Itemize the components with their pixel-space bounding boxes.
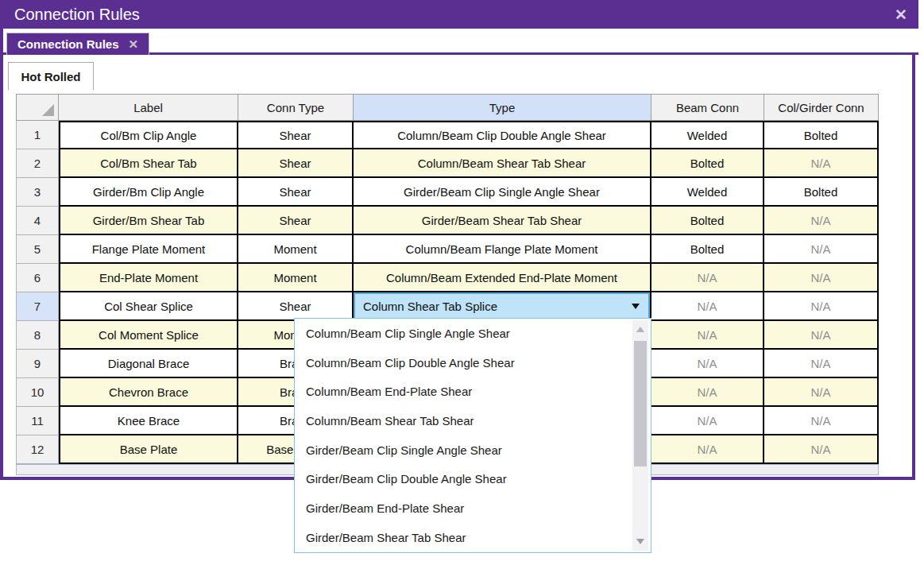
row-header-9[interactable]: 9 [16, 350, 59, 378]
dropdown-option[interactable]: Column/Beam Clip Double Angle Shear [295, 348, 651, 377]
cell-beam-conn[interactable]: N/A [651, 435, 764, 464]
dropdown-option[interactable]: Girder/Beam End-Plate Shear [295, 493, 651, 523]
cell-conn-type[interactable]: Shear [238, 207, 354, 235]
select-all-triangle-icon [42, 104, 54, 116]
column-header-beam-conn[interactable]: Beam Conn [651, 94, 764, 121]
chevron-down-icon [632, 304, 640, 309]
row-header-10[interactable]: 10 [16, 378, 59, 407]
cell-col-girder-conn[interactable]: N/A [764, 435, 879, 464]
cell-label[interactable]: Chevron Brace [59, 378, 238, 407]
window-close-icon[interactable]: ✕ [895, 7, 907, 22]
cell-col-girder-conn[interactable]: N/A [764, 149, 879, 178]
tab-label: Connection Rules [17, 37, 119, 51]
row-header-5[interactable]: 5 [16, 235, 59, 264]
cell-conn-type[interactable]: Shear [238, 149, 354, 178]
cell-label[interactable]: Base Plate [59, 435, 238, 464]
cell-col-girder-conn[interactable]: Bolted [764, 121, 879, 149]
cell-beam-conn[interactable]: N/A [651, 321, 764, 350]
cell-conn-type[interactable]: Moment [238, 235, 354, 264]
column-header-conn-type[interactable]: Conn Type [238, 94, 354, 121]
dropdown-option[interactable]: Girder/Beam Shear Tab Shear [295, 523, 651, 552]
dropdown-scrollbar[interactable] [632, 320, 648, 551]
dropdown-option[interactable]: Column/Beam Shear Tab Shear [295, 406, 651, 435]
column-header-type[interactable]: Type [354, 94, 651, 121]
cell-type[interactable]: Column/Beam Clip Double Angle Shear [354, 121, 651, 149]
cell-col-girder-conn[interactable]: N/A [764, 264, 879, 292]
column-header-label[interactable]: Label [59, 94, 238, 121]
cell-col-girder-conn[interactable]: N/A [764, 235, 879, 264]
window-title: Connection Rules [14, 6, 140, 24]
dropdown-option[interactable]: Girder/Beam Clip Double Angle Shear [295, 464, 651, 493]
hot-rolled-label: Hot Rolled [21, 70, 81, 83]
dropdown-option[interactable]: Girder/Beam Clip Single Angle Shear [295, 435, 651, 465]
cell-beam-conn[interactable]: Bolted [651, 149, 764, 178]
cell-beam-conn[interactable]: N/A [651, 350, 764, 378]
cell-col-girder-conn[interactable]: N/A [764, 378, 879, 407]
cell-label[interactable]: Col Shear Splice [59, 292, 238, 321]
cell-col-girder-conn[interactable]: N/A [764, 407, 879, 435]
row-header-12[interactable]: 12 [16, 435, 59, 464]
cell-col-girder-conn[interactable]: N/A [764, 350, 879, 378]
cell-label[interactable]: Col Moment Splice [59, 321, 238, 350]
cell-beam-conn[interactable]: Bolted [651, 235, 764, 264]
scrollbar-down-icon[interactable] [636, 539, 644, 544]
tab-hot-rolled[interactable]: Hot Rolled [8, 62, 94, 90]
cell-type[interactable]: Column/Beam Shear Tab Shear [354, 149, 651, 178]
type-combobox[interactable]: Column Shear Tab Splice [354, 292, 650, 319]
cell-label[interactable]: Col/Bm Clip Angle [59, 121, 238, 149]
document-tabstrip: Connection Rules ✕ [3, 29, 918, 55]
cell-label[interactable]: Girder/Bm Shear Tab [59, 207, 238, 235]
cell-label[interactable]: Col/Bm Shear Tab [59, 149, 238, 178]
cell-col-girder-conn[interactable]: N/A [764, 292, 879, 321]
cell-col-girder-conn[interactable]: N/A [764, 207, 879, 235]
cell-col-girder-conn[interactable]: Bolted [764, 178, 879, 207]
tab-close-icon[interactable]: ✕ [129, 38, 139, 50]
type-dropdown-list: Column/Beam Clip Single Angle ShearColum… [294, 318, 651, 553]
cell-beam-conn[interactable]: N/A [651, 292, 764, 321]
cell-beam-conn[interactable]: Welded [651, 178, 764, 207]
select-all-corner-cell[interactable] [16, 94, 59, 121]
cell-beam-conn[interactable]: Bolted [651, 207, 764, 235]
cell-conn-type[interactable]: Shear [238, 121, 354, 149]
tab-connection-rules[interactable]: Connection Rules ✕ [6, 33, 149, 55]
row-header-6[interactable]: 6 [16, 264, 59, 292]
row-header-7[interactable]: 7 [16, 292, 59, 321]
cell-conn-type[interactable]: Moment [238, 264, 354, 292]
cell-beam-conn[interactable]: Welded [651, 121, 764, 149]
column-header-col-girder-conn[interactable]: Col/Girder Conn [764, 94, 879, 121]
dropdown-option[interactable]: Column/Beam End-Plate Shear [295, 377, 651, 406]
row-header-11[interactable]: 11 [16, 407, 59, 435]
cell-label[interactable]: Diagonal Brace [59, 350, 238, 378]
cell-type[interactable]: Column/Beam Flange Plate Moment [354, 235, 651, 264]
cell-beam-conn[interactable]: N/A [651, 407, 764, 435]
dropdown-option[interactable]: Column/Beam Clip Single Angle Shear [295, 319, 651, 348]
cell-label[interactable]: Flange Plate Moment [59, 235, 238, 264]
cell-label[interactable]: Knee Brace [59, 407, 238, 435]
cell-type[interactable]: Girder/Beam Clip Single Angle Shear [354, 178, 651, 207]
window-titlebar: Connection Rules ✕ [3, 0, 918, 29]
type-combobox-value: Column Shear Tab Splice [363, 300, 497, 313]
row-header-4[interactable]: 4 [16, 207, 59, 235]
row-header-3[interactable]: 3 [16, 178, 59, 207]
cell-conn-type[interactable]: Shear [238, 178, 354, 207]
cell-beam-conn[interactable]: N/A [651, 378, 764, 407]
scrollbar-up-icon[interactable] [636, 327, 644, 332]
cell-beam-conn[interactable]: N/A [651, 264, 764, 292]
cell-conn-type[interactable]: Shear [238, 292, 354, 321]
row-header-2[interactable]: 2 [16, 149, 59, 178]
cell-type[interactable]: Column/Beam Extended End-Plate Moment [354, 264, 651, 292]
row-header-8[interactable]: 8 [16, 321, 59, 350]
cell-label[interactable]: End-Plate Moment [59, 264, 238, 292]
scrollbar-thumb[interactable] [634, 341, 647, 466]
cell-type-editor[interactable]: Column Shear Tab Splice [354, 292, 651, 321]
row-header-1[interactable]: 1 [16, 121, 59, 149]
cell-label[interactable]: Girder/Bm Clip Angle [59, 178, 238, 207]
cell-col-girder-conn[interactable]: N/A [764, 321, 879, 350]
cell-type[interactable]: Girder/Beam Shear Tab Shear [354, 207, 651, 235]
